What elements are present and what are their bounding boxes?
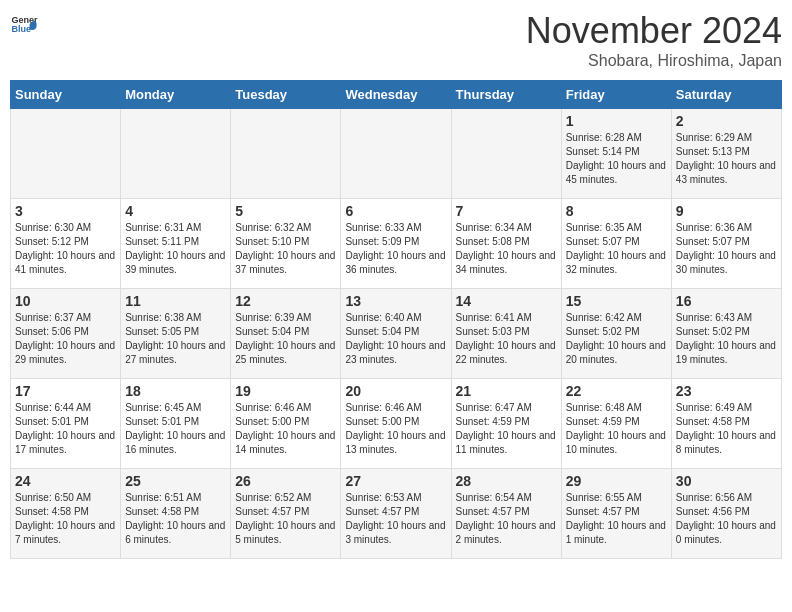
day-cell: 17Sunrise: 6:44 AM Sunset: 5:01 PM Dayli…	[11, 379, 121, 469]
day-info: Sunrise: 6:46 AM Sunset: 5:00 PM Dayligh…	[345, 401, 446, 457]
day-cell: 11Sunrise: 6:38 AM Sunset: 5:05 PM Dayli…	[121, 289, 231, 379]
day-number: 23	[676, 383, 777, 399]
day-cell: 3Sunrise: 6:30 AM Sunset: 5:12 PM Daylig…	[11, 199, 121, 289]
day-info: Sunrise: 6:30 AM Sunset: 5:12 PM Dayligh…	[15, 221, 116, 277]
day-cell: 14Sunrise: 6:41 AM Sunset: 5:03 PM Dayli…	[451, 289, 561, 379]
svg-text:Blue: Blue	[11, 24, 31, 34]
day-info: Sunrise: 6:31 AM Sunset: 5:11 PM Dayligh…	[125, 221, 226, 277]
day-number: 21	[456, 383, 557, 399]
day-cell	[451, 109, 561, 199]
day-number: 5	[235, 203, 336, 219]
month-title: November 2024	[526, 10, 782, 52]
day-cell: 22Sunrise: 6:48 AM Sunset: 4:59 PM Dayli…	[561, 379, 671, 469]
calendar-table: SundayMondayTuesdayWednesdayThursdayFrid…	[10, 80, 782, 559]
day-info: Sunrise: 6:42 AM Sunset: 5:02 PM Dayligh…	[566, 311, 667, 367]
week-row-4: 17Sunrise: 6:44 AM Sunset: 5:01 PM Dayli…	[11, 379, 782, 469]
day-cell: 24Sunrise: 6:50 AM Sunset: 4:58 PM Dayli…	[11, 469, 121, 559]
day-cell: 23Sunrise: 6:49 AM Sunset: 4:58 PM Dayli…	[671, 379, 781, 469]
day-info: Sunrise: 6:43 AM Sunset: 5:02 PM Dayligh…	[676, 311, 777, 367]
day-number: 16	[676, 293, 777, 309]
day-info: Sunrise: 6:32 AM Sunset: 5:10 PM Dayligh…	[235, 221, 336, 277]
day-cell: 1Sunrise: 6:28 AM Sunset: 5:14 PM Daylig…	[561, 109, 671, 199]
day-number: 12	[235, 293, 336, 309]
day-number: 8	[566, 203, 667, 219]
day-info: Sunrise: 6:51 AM Sunset: 4:58 PM Dayligh…	[125, 491, 226, 547]
logo-icon: General Blue	[10, 10, 38, 38]
day-number: 11	[125, 293, 226, 309]
day-cell: 10Sunrise: 6:37 AM Sunset: 5:06 PM Dayli…	[11, 289, 121, 379]
day-number: 17	[15, 383, 116, 399]
day-number: 26	[235, 473, 336, 489]
day-info: Sunrise: 6:47 AM Sunset: 4:59 PM Dayligh…	[456, 401, 557, 457]
day-cell: 12Sunrise: 6:39 AM Sunset: 5:04 PM Dayli…	[231, 289, 341, 379]
day-number: 6	[345, 203, 446, 219]
day-cell: 30Sunrise: 6:56 AM Sunset: 4:56 PM Dayli…	[671, 469, 781, 559]
day-number: 9	[676, 203, 777, 219]
week-row-2: 3Sunrise: 6:30 AM Sunset: 5:12 PM Daylig…	[11, 199, 782, 289]
day-number: 30	[676, 473, 777, 489]
day-info: Sunrise: 6:46 AM Sunset: 5:00 PM Dayligh…	[235, 401, 336, 457]
day-info: Sunrise: 6:54 AM Sunset: 4:57 PM Dayligh…	[456, 491, 557, 547]
day-cell: 7Sunrise: 6:34 AM Sunset: 5:08 PM Daylig…	[451, 199, 561, 289]
day-info: Sunrise: 6:38 AM Sunset: 5:05 PM Dayligh…	[125, 311, 226, 367]
day-number: 4	[125, 203, 226, 219]
day-info: Sunrise: 6:28 AM Sunset: 5:14 PM Dayligh…	[566, 131, 667, 187]
day-info: Sunrise: 6:56 AM Sunset: 4:56 PM Dayligh…	[676, 491, 777, 547]
day-cell: 25Sunrise: 6:51 AM Sunset: 4:58 PM Dayli…	[121, 469, 231, 559]
day-cell: 28Sunrise: 6:54 AM Sunset: 4:57 PM Dayli…	[451, 469, 561, 559]
day-cell: 13Sunrise: 6:40 AM Sunset: 5:04 PM Dayli…	[341, 289, 451, 379]
day-cell: 2Sunrise: 6:29 AM Sunset: 5:13 PM Daylig…	[671, 109, 781, 199]
day-cell	[121, 109, 231, 199]
day-number: 2	[676, 113, 777, 129]
weekday-header-saturday: Saturday	[671, 81, 781, 109]
day-info: Sunrise: 6:53 AM Sunset: 4:57 PM Dayligh…	[345, 491, 446, 547]
day-number: 19	[235, 383, 336, 399]
day-cell	[11, 109, 121, 199]
day-cell: 18Sunrise: 6:45 AM Sunset: 5:01 PM Dayli…	[121, 379, 231, 469]
header: General Blue November 2024 Shobara, Hiro…	[10, 10, 782, 70]
title-area: November 2024 Shobara, Hiroshima, Japan	[526, 10, 782, 70]
weekday-header-wednesday: Wednesday	[341, 81, 451, 109]
day-cell: 15Sunrise: 6:42 AM Sunset: 5:02 PM Dayli…	[561, 289, 671, 379]
day-cell: 16Sunrise: 6:43 AM Sunset: 5:02 PM Dayli…	[671, 289, 781, 379]
day-number: 3	[15, 203, 116, 219]
weekday-header-monday: Monday	[121, 81, 231, 109]
day-info: Sunrise: 6:29 AM Sunset: 5:13 PM Dayligh…	[676, 131, 777, 187]
day-cell: 4Sunrise: 6:31 AM Sunset: 5:11 PM Daylig…	[121, 199, 231, 289]
day-cell: 21Sunrise: 6:47 AM Sunset: 4:59 PM Dayli…	[451, 379, 561, 469]
day-info: Sunrise: 6:49 AM Sunset: 4:58 PM Dayligh…	[676, 401, 777, 457]
day-number: 15	[566, 293, 667, 309]
day-cell: 8Sunrise: 6:35 AM Sunset: 5:07 PM Daylig…	[561, 199, 671, 289]
day-cell: 29Sunrise: 6:55 AM Sunset: 4:57 PM Dayli…	[561, 469, 671, 559]
day-cell: 5Sunrise: 6:32 AM Sunset: 5:10 PM Daylig…	[231, 199, 341, 289]
day-number: 7	[456, 203, 557, 219]
day-number: 27	[345, 473, 446, 489]
day-info: Sunrise: 6:34 AM Sunset: 5:08 PM Dayligh…	[456, 221, 557, 277]
day-cell: 9Sunrise: 6:36 AM Sunset: 5:07 PM Daylig…	[671, 199, 781, 289]
week-row-3: 10Sunrise: 6:37 AM Sunset: 5:06 PM Dayli…	[11, 289, 782, 379]
day-number: 20	[345, 383, 446, 399]
weekday-header-friday: Friday	[561, 81, 671, 109]
day-cell: 6Sunrise: 6:33 AM Sunset: 5:09 PM Daylig…	[341, 199, 451, 289]
day-number: 1	[566, 113, 667, 129]
day-info: Sunrise: 6:37 AM Sunset: 5:06 PM Dayligh…	[15, 311, 116, 367]
day-cell: 19Sunrise: 6:46 AM Sunset: 5:00 PM Dayli…	[231, 379, 341, 469]
day-info: Sunrise: 6:41 AM Sunset: 5:03 PM Dayligh…	[456, 311, 557, 367]
day-info: Sunrise: 6:50 AM Sunset: 4:58 PM Dayligh…	[15, 491, 116, 547]
day-number: 22	[566, 383, 667, 399]
location-title: Shobara, Hiroshima, Japan	[526, 52, 782, 70]
day-number: 14	[456, 293, 557, 309]
day-info: Sunrise: 6:39 AM Sunset: 5:04 PM Dayligh…	[235, 311, 336, 367]
logo: General Blue	[10, 10, 38, 38]
week-row-5: 24Sunrise: 6:50 AM Sunset: 4:58 PM Dayli…	[11, 469, 782, 559]
day-cell: 20Sunrise: 6:46 AM Sunset: 5:00 PM Dayli…	[341, 379, 451, 469]
day-info: Sunrise: 6:36 AM Sunset: 5:07 PM Dayligh…	[676, 221, 777, 277]
day-number: 25	[125, 473, 226, 489]
day-number: 29	[566, 473, 667, 489]
day-cell: 27Sunrise: 6:53 AM Sunset: 4:57 PM Dayli…	[341, 469, 451, 559]
weekday-header-thursday: Thursday	[451, 81, 561, 109]
weekday-header-tuesday: Tuesday	[231, 81, 341, 109]
day-cell	[231, 109, 341, 199]
day-info: Sunrise: 6:33 AM Sunset: 5:09 PM Dayligh…	[345, 221, 446, 277]
day-info: Sunrise: 6:52 AM Sunset: 4:57 PM Dayligh…	[235, 491, 336, 547]
